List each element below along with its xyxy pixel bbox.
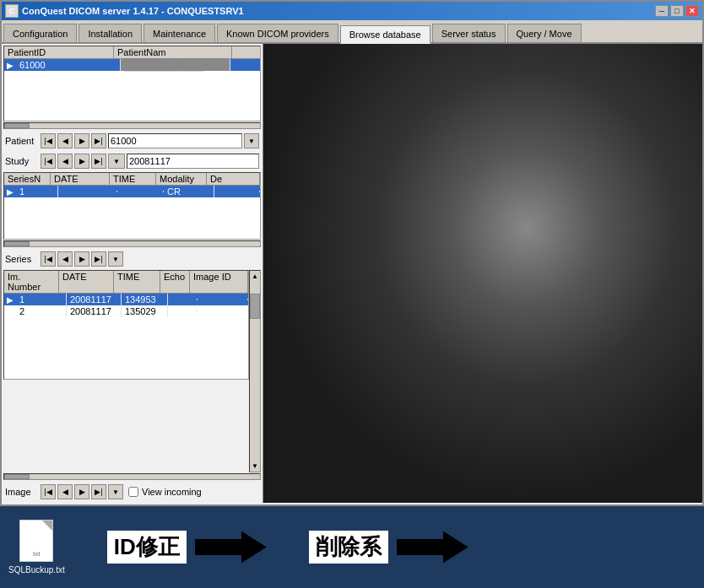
image-date-1: 20081117 — [67, 294, 122, 305]
image-echo-1 — [168, 299, 198, 300]
jp-overlay-1: ID修正 — [107, 531, 267, 564]
vscroll-up-btn[interactable]: ▲ — [250, 271, 260, 282]
vscroll-down-btn[interactable]: ▼ — [250, 461, 260, 472]
patient-row[interactable]: ▶ 61000 ████████████ — [4, 59, 260, 71]
image-label: Image — [5, 487, 39, 497]
title-bar-left: C ConQuest DICOM server 1.4.17 - CONQUES… — [5, 4, 244, 18]
dicom-image-display — [263, 44, 702, 503]
image-next-btn[interactable]: ▶ — [74, 484, 89, 499]
study-prev-btn[interactable]: ◀ — [57, 154, 73, 169]
series-prev-btn[interactable]: ◀ — [57, 251, 73, 267]
image-time-header: TIME — [114, 271, 160, 293]
patient-prev-btn[interactable]: ◀ — [57, 133, 73, 148]
series-next-btn[interactable]: ▶ — [74, 251, 89, 267]
series-table-body: ▶ 1 CR — [4, 186, 260, 197]
tab-installation[interactable]: Installation — [79, 24, 142, 42]
study-nav: Study |◀ ◀ ▶ ▶| ▼ — [3, 152, 261, 170]
patient-id-header: PatientID — [4, 46, 114, 58]
right-panel: Show header Save as Bitmap Force display… — [263, 44, 702, 503]
patient-id-cell: 61000 — [16, 59, 121, 71]
title-bar: C ConQuest DICOM server 1.4.17 - CONQUES… — [2, 2, 702, 20]
series-label: Series — [5, 254, 39, 264]
patient-dropdown[interactable]: ▼ — [244, 133, 259, 148]
images-table-body: ▶ 1 20081117 134953 2 20081117 135029 — [4, 294, 248, 317]
study-next-btn[interactable]: ▶ — [74, 154, 89, 169]
taskbar: txt SQLBuckup.txt ID修正 削除系 — [0, 506, 704, 588]
series-row[interactable]: ▶ 1 CR — [4, 186, 260, 197]
arrow-right-2 — [397, 531, 468, 564]
row-arrow: ▶ — [4, 61, 16, 70]
image-row-1[interactable]: ▶ 1 20081117 134953 — [4, 294, 248, 305]
left-panel: PatientID PatientNam ▶ 61000 ███████████… — [2, 44, 263, 503]
image-id-1 — [198, 299, 248, 300]
tab-configuration[interactable]: Configuration — [3, 24, 77, 42]
patient-next-btn[interactable]: ▶ — [74, 133, 89, 148]
series-hscroll[interactable] — [3, 240, 261, 247]
image-id-2 — [198, 310, 248, 312]
patient-last-btn[interactable]: ▶| — [91, 133, 106, 148]
study-extra-btn[interactable]: ▼ — [108, 154, 125, 169]
image-date-2: 20081117 — [67, 305, 122, 317]
tab-query-move[interactable]: Query / Move — [507, 24, 582, 42]
taskbar-file-icon: txt — [19, 520, 53, 562]
series-table: SeriesN DATE TIME Modality De ▶ 1 CR — [3, 172, 261, 240]
image-date-header: DATE — [59, 271, 114, 293]
tab-browse-database[interactable]: Browse database — [340, 25, 431, 44]
study-value-input[interactable] — [127, 154, 259, 169]
image-dropdown[interactable]: ▼ — [108, 484, 123, 499]
study-last-btn[interactable]: ▶| — [91, 154, 106, 169]
close-button[interactable]: ✕ — [685, 5, 699, 17]
main-content: PatientID PatientNam ▶ 61000 ███████████… — [2, 44, 702, 503]
series-last-btn[interactable]: ▶| — [91, 251, 106, 267]
image-prev-btn[interactable]: ◀ — [57, 484, 73, 499]
image-id-header: Image ID — [190, 271, 248, 293]
arrow-right-1 — [195, 531, 267, 564]
image-echo-2 — [168, 310, 198, 312]
series-dropdown[interactable]: ▼ — [108, 251, 123, 267]
view-incoming-checkbox[interactable] — [128, 487, 138, 497]
jp-text-1: ID修正 — [107, 531, 187, 564]
tab-maintenance[interactable]: Maintenance — [144, 24, 215, 42]
image-time-1: 134953 — [122, 294, 168, 305]
series-date-cell — [58, 191, 117, 192]
patient-table-header: PatientID PatientNam — [4, 46, 260, 59]
minimize-button[interactable]: ─ — [655, 5, 669, 17]
series-time-header: TIME — [110, 173, 156, 185]
series-modality-cell: CR — [164, 186, 214, 197]
tab-known-dicom[interactable]: Known DICOM providers — [217, 24, 338, 42]
series-hscroll-thumb — [4, 241, 30, 246]
patient-label: Patient — [5, 136, 39, 146]
maximize-button[interactable]: □ — [670, 5, 684, 17]
taskbar-file-item: txt SQLBuckup.txt — [8, 520, 65, 575]
patient-value-input[interactable] — [108, 133, 242, 148]
image-arrow-1: ▶ — [4, 295, 16, 305]
image-last-btn[interactable]: ▶| — [91, 484, 106, 499]
patient-table-body: ▶ 61000 ████████████ — [4, 59, 260, 71]
series-nav: Series |◀ ◀ ▶ ▶| ▼ — [3, 250, 261, 268]
image-num-1: 1 — [16, 294, 67, 305]
patient-first-btn[interactable]: |◀ — [41, 133, 56, 148]
image-echo-header: Echo — [160, 271, 190, 293]
images-vscroll[interactable]: ▲ ▼ — [249, 270, 261, 472]
images-table-header: Im. Number DATE TIME Echo Image ID — [4, 271, 248, 294]
series-num-header: SeriesN — [4, 173, 51, 185]
image-time-2: 135029 — [122, 305, 168, 317]
images-area: Im. Number DATE TIME Echo Image ID ▶ 1 2… — [3, 270, 261, 472]
series-time-cell — [117, 191, 164, 192]
image-num-2: 2 — [16, 305, 67, 317]
view-incoming-row: View incoming — [128, 487, 202, 497]
series-arrow: ▶ — [4, 187, 16, 197]
patient-hscroll[interactable] — [3, 122, 261, 129]
study-first-btn[interactable]: |◀ — [41, 154, 56, 169]
tab-server-status[interactable]: Server status — [432, 24, 506, 42]
study-label: Study — [5, 156, 39, 166]
window-title: ConQuest DICOM server 1.4.17 - CONQUESTS… — [22, 6, 244, 16]
image-first-btn[interactable]: |◀ — [41, 484, 56, 499]
images-hscroll[interactable] — [3, 473, 261, 480]
main-window: C ConQuest DICOM server 1.4.17 - CONQUES… — [0, 0, 704, 506]
app-icon: C — [5, 4, 19, 18]
series-table-header: SeriesN DATE TIME Modality De — [4, 173, 260, 186]
series-first-btn[interactable]: |◀ — [41, 251, 56, 267]
series-num-cell: 1 — [16, 186, 58, 197]
image-row-2[interactable]: 2 20081117 135029 — [4, 305, 248, 317]
